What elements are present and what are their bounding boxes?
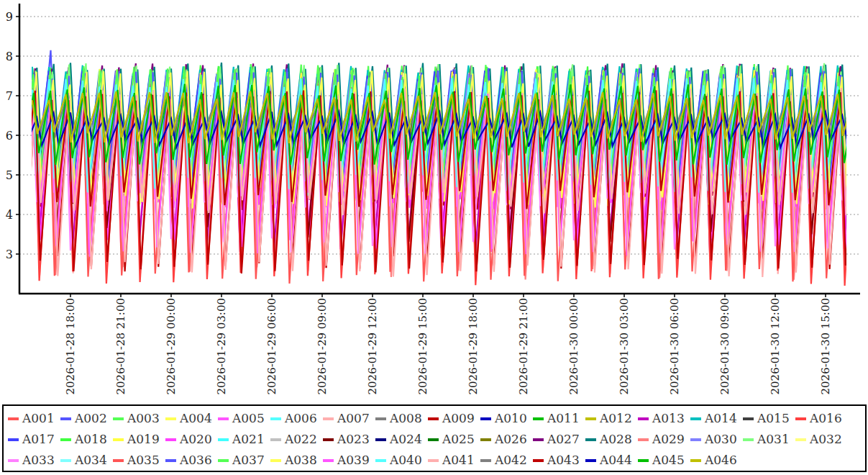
legend-item-A046: A046 — [690, 450, 743, 471]
legend-label: A039 — [337, 454, 370, 466]
legend-label: A041 — [442, 454, 475, 466]
legend-item-A018: A018 — [60, 429, 113, 450]
legend-label: A027 — [547, 433, 580, 445]
x-tick-label: 2026-01-28 21:00 — [114, 298, 127, 394]
x-tick-label: 2026-01-29 09:00 — [316, 298, 329, 394]
y-tick-label: 9 — [6, 10, 13, 24]
legend-item-A019: A019 — [113, 429, 165, 450]
x-tick-label: 2026-01-30 03:00 — [618, 298, 631, 394]
y-tick-label: 3 — [6, 248, 13, 261]
legend-label: A040 — [390, 454, 422, 466]
x-tick-label: 2026-01-29 00:00 — [165, 298, 178, 394]
legend-label: A021 — [232, 433, 265, 445]
legend-swatch — [60, 417, 71, 420]
legend-swatch — [533, 459, 544, 462]
legend-label: A008 — [390, 412, 422, 425]
legend-item-A014: A014 — [690, 408, 743, 429]
legend-swatch — [218, 417, 229, 420]
legend-item-A023: A023 — [323, 429, 375, 450]
legend-label: A023 — [337, 433, 370, 445]
legend-item-A044: A044 — [585, 450, 638, 471]
chart-legend: A001A002A003A004A005A006A007A008A009A010… — [2, 404, 867, 472]
legend-label: A030 — [705, 433, 737, 445]
legend-item-A020: A020 — [165, 429, 218, 450]
legend-swatch — [8, 417, 19, 420]
legend-label: A034 — [75, 454, 107, 466]
x-tick-label: 2026-01-29 21:00 — [517, 298, 530, 394]
x-tick-label: 2026-01-30 06:00 — [668, 298, 681, 394]
legend-swatch — [638, 438, 649, 441]
legend-item-A041: A041 — [428, 450, 480, 471]
legend-item-A038: A038 — [270, 450, 323, 471]
legend-item-A039: A039 — [323, 450, 375, 471]
y-tick-label: 8 — [6, 50, 13, 63]
legend-item-A037: A037 — [218, 450, 270, 471]
legend-label: A015 — [757, 412, 790, 425]
x-tick-label: 2026-01-30 00:00 — [567, 298, 580, 394]
legend-label: A012 — [600, 412, 632, 425]
legend-label: A003 — [127, 412, 160, 425]
legend-swatch — [743, 417, 754, 420]
y-tick-label: 7 — [6, 89, 13, 103]
legend-label: A037 — [232, 454, 265, 466]
chart-window: 98765432026-01-28 18:002026-01-28 21:002… — [0, 0, 868, 475]
legend-item-A026: A026 — [480, 429, 533, 450]
y-tick-label: 6 — [6, 129, 13, 142]
legend-item-A004: A004 — [165, 408, 218, 429]
legend-label: A046 — [705, 454, 737, 466]
legend-swatch — [795, 438, 806, 441]
legend-swatch — [533, 438, 544, 441]
legend-swatch — [113, 417, 124, 420]
legend-label: A043 — [547, 454, 580, 466]
x-tick-label: 2026-01-30 12:00 — [769, 298, 782, 394]
legend-item-A030: A030 — [690, 429, 743, 450]
legend-label: A002 — [75, 412, 107, 425]
legend-label: A006 — [285, 412, 317, 425]
legend-label: A009 — [442, 412, 475, 425]
x-tick-label: 2026-01-29 18:00 — [467, 298, 480, 394]
legend-label: A035 — [127, 454, 160, 466]
legend-swatch — [8, 438, 19, 441]
legend-swatch — [375, 438, 386, 441]
y-tick-label: 4 — [6, 208, 13, 222]
legend-swatch — [165, 417, 176, 420]
legend-item-A006: A006 — [270, 408, 323, 429]
legend-label: A020 — [180, 433, 212, 445]
legend-swatch — [533, 417, 544, 420]
legend-swatch — [690, 459, 701, 462]
legend-swatch — [113, 459, 124, 462]
legend-label: A029 — [652, 433, 685, 445]
legend-item-A036: A036 — [165, 450, 218, 471]
legend-swatch — [795, 417, 806, 420]
x-tick-label: 2026-01-30 09:00 — [718, 298, 731, 394]
legend-label: A014 — [705, 412, 737, 425]
legend-label: A001 — [22, 412, 55, 425]
legend-item-A029: A029 — [638, 429, 690, 450]
legend-item-A009: A009 — [428, 408, 480, 429]
legend-label: A017 — [22, 433, 55, 445]
timeseries-chart: 98765432026-01-28 18:002026-01-28 21:002… — [0, 0, 868, 403]
legend-swatch — [428, 459, 439, 462]
legend-swatch — [480, 459, 491, 462]
legend-swatch — [60, 438, 71, 441]
legend-item-A002: A002 — [60, 408, 113, 429]
legend-item-A011: A011 — [533, 408, 585, 429]
legend-label: A031 — [757, 433, 790, 445]
legend-swatch — [428, 438, 439, 441]
legend-swatch — [323, 459, 334, 462]
legend-swatch — [690, 417, 701, 420]
legend-swatch — [480, 438, 491, 441]
legend-label: A025 — [442, 433, 475, 445]
legend-label: A045 — [652, 454, 685, 466]
series-lines — [4, 50, 868, 286]
legend-item-A027: A027 — [533, 429, 585, 450]
legend-label: A028 — [600, 433, 632, 445]
legend-item-A016: A016 — [795, 408, 848, 429]
legend-item-A005: A005 — [218, 408, 270, 429]
legend-label: A018 — [75, 433, 107, 445]
legend-item-A007: A007 — [323, 408, 375, 429]
legend-label: A044 — [600, 454, 632, 466]
legend-swatch — [270, 438, 281, 441]
legend-item-A033: A033 — [8, 450, 60, 471]
legend-item-A008: A008 — [375, 408, 428, 429]
